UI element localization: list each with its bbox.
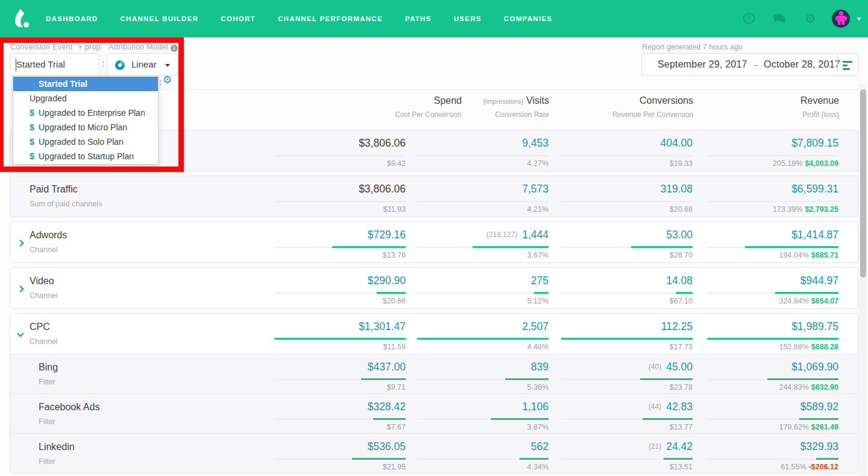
cost-per-conversion: $9.71: [249, 383, 406, 392]
conversions-cell: (44)42.83 $13.77: [536, 394, 693, 433]
attribution-logo-icon: [12, 8, 30, 29]
table-row-cpc[interactable]: CPC Channel $1,301.47 $11.59 2,507 4.48%…: [10, 314, 858, 354]
visits-cell: 1,106 3.87%: [392, 394, 549, 433]
avatar[interactable]: [832, 10, 850, 30]
attribution-model-label-text: Attribution Model: [108, 43, 168, 51]
spend-cell: $437.00 $9.71: [249, 354, 406, 393]
nav-item-cohort[interactable]: COHORT: [221, 15, 256, 22]
row-subtitle: Sum of paid channels: [30, 200, 102, 208]
row-title: Facebook Ads: [39, 402, 99, 413]
cost-per-conversion: $7.67: [249, 423, 406, 431]
spend-cell: $3,806.06 $9.42: [249, 130, 406, 171]
conversions-cell: 112.25 $17.73: [536, 314, 693, 354]
row-subtitle: Filter: [39, 457, 55, 466]
report-generated-note: Report generated 7 hours ago: [642, 43, 743, 51]
dropdown-item-upgraded-startup[interactable]: $Upgraded to Startup Plan: [13, 149, 158, 163]
profit-value: $2,793.25: [805, 205, 838, 214]
table-row-cpc-group: CPC Channel $1,301.47 $11.59 2,507 4.48%…: [10, 313, 858, 474]
nav-item-paths[interactable]: PATHS: [405, 15, 432, 22]
text-cursor: [16, 59, 16, 71]
chevron-right-icon[interactable]: [17, 285, 24, 292]
table-row-adwords[interactable]: Adwords Channel $729.16 $13.76 (218,127)…: [10, 221, 858, 263]
revenue-value: $6,599.31: [791, 183, 838, 195]
profit-value: $685.71: [811, 251, 838, 259]
help-icon[interactable]: ?: [743, 13, 755, 24]
dropdown-item-upgraded-micro[interactable]: $Upgraded to Micro Plan: [13, 120, 158, 135]
profit-percent: 179.62%: [779, 423, 808, 431]
dollar-icon: $: [30, 120, 39, 135]
row-subtitle: Channel: [30, 246, 58, 254]
revenue-cell: $1,414.87 194.04%$685.71: [682, 222, 838, 262]
pie-chart-icon: [115, 60, 125, 70]
scrollbar-track[interactable]: [859, 84, 867, 476]
dropdown-item-started-trial[interactable]: Started Trial: [13, 77, 158, 91]
attribution-model-select[interactable]: Linear: [107, 53, 178, 76]
separator-colon: :: [102, 59, 105, 68]
scrollbar-thumb[interactable]: [860, 89, 866, 278]
row-title: Adwords: [30, 230, 67, 241]
add-prop-link[interactable]: + prop: [78, 43, 101, 51]
revenue-cell: $1,069.90 244.83%$632.90: [682, 354, 838, 393]
column-header-visits: (Impressions)Visits Conversion Rate: [380, 95, 549, 119]
nav-item-channel-performance[interactable]: CHANNEL PERFORMANCE: [278, 15, 383, 22]
revenue-per-conversion: $17.73: [536, 343, 693, 351]
spend-cell: $1,301.47 $11.59: [249, 314, 406, 354]
chevron-down-icon[interactable]: [17, 330, 24, 337]
column-header-revenue: Revenue Profit (loss): [670, 95, 839, 119]
report-settings-gear-icon[interactable]: ⚙: [163, 74, 172, 86]
table-row-paid-traffic[interactable]: Paid Traffic Sum of paid channels $3,806…: [10, 176, 858, 217]
conversions-cell: (21)24.42 $13.51: [536, 434, 693, 473]
cost-per-conversion: $9.42: [249, 159, 406, 168]
profit-percent: 205.18%: [773, 159, 802, 168]
conversion-event-label: Conversion Event+ prop: [10, 43, 101, 51]
revenue-value: $7,809.15: [791, 137, 838, 149]
date-separator: –: [753, 60, 758, 69]
settings-gear-icon[interactable]: ⚙: [804, 13, 816, 25]
conversion-event-label-text: Conversion Event: [10, 43, 72, 51]
cost-per-conversion: $20.66: [249, 297, 406, 305]
conversion-rate: 4.48%: [392, 343, 549, 351]
dollar-icon: $: [30, 106, 39, 120]
revenue-per-conversion: $67.10: [536, 297, 693, 305]
avatar-chevron-down-icon[interactable]: [857, 17, 861, 23]
dropdown-item-upgraded[interactable]: Upgraded: [13, 91, 158, 106]
profit-percent: 61.55%: [781, 463, 806, 471]
table-row-bing[interactable]: Bing Filter $437.00 $9.71 839 5.36% (40)…: [10, 354, 858, 393]
spend-cell: $290.90 $20.66: [249, 268, 406, 308]
column-subtitle: Conversion Rate: [380, 110, 549, 119]
filter-icon[interactable]: [843, 61, 853, 72]
row-title: Video: [30, 276, 54, 287]
conversion-event-input[interactable]: Started Trial: [10, 53, 99, 76]
table-row-video[interactable]: Video Channel $290.90 $20.66 275 5.12% 1…: [10, 267, 858, 309]
chat-icon[interactable]: [773, 13, 785, 25]
profit-value: -$206.12: [809, 463, 838, 471]
visits-cell: 9,453 4.27%: [392, 130, 549, 171]
conversions-count: (40): [649, 363, 661, 371]
conversion-rate: 5.12%: [392, 297, 549, 305]
conversions-cell: 404.00 $19.33: [536, 130, 693, 171]
date-range-picker[interactable]: September 29, 2017–October 28, 2017: [641, 53, 858, 76]
nav-item-dashboard[interactable]: DASHBOARD: [46, 15, 98, 22]
app-logo[interactable]: [12, 8, 30, 29]
nav-item-users[interactable]: USERS: [454, 15, 482, 22]
dropdown-item-upgraded-enterprise[interactable]: $Upgraded to Enterprise Plan: [13, 106, 158, 120]
app-page: DASHBOARD CHANNEL BUILDER COHORT CHANNEL…: [0, 0, 868, 476]
table-row-facebook-ads[interactable]: Facebook Ads Filter $328.42 $7.67 1,106 …: [10, 393, 858, 433]
table-row-linkedin[interactable]: Linkedin Filter $536.05 $21.95 562 4.34%…: [10, 433, 858, 473]
info-icon[interactable]: i: [171, 45, 178, 52]
conversions-count: (44): [649, 402, 661, 411]
separator-colon: :: [159, 77, 162, 87]
row-title: CPC: [30, 322, 50, 332]
impressions-value: (218,127): [486, 230, 517, 239]
column-header-conversions: Conversions Revenue Per Conversion: [524, 95, 693, 119]
nav-item-channel-builder[interactable]: CHANNEL BUILDER: [120, 15, 198, 22]
conversion-rate: 4.21%: [392, 205, 549, 214]
dropdown-item-upgraded-solo[interactable]: $Upgraded to Solo Plan: [13, 135, 158, 149]
chevron-right-icon[interactable]: [17, 240, 24, 246]
column-title: Revenue: [800, 95, 839, 106]
nav-item-companies[interactable]: COMPANIES: [504, 15, 553, 22]
visits-cell: 7,573 4.21%: [392, 176, 549, 217]
row-title: Linkedin: [39, 442, 75, 452]
conversions-cell: 53.00 $26.70: [536, 222, 693, 262]
dollar-icon: $: [30, 135, 39, 149]
